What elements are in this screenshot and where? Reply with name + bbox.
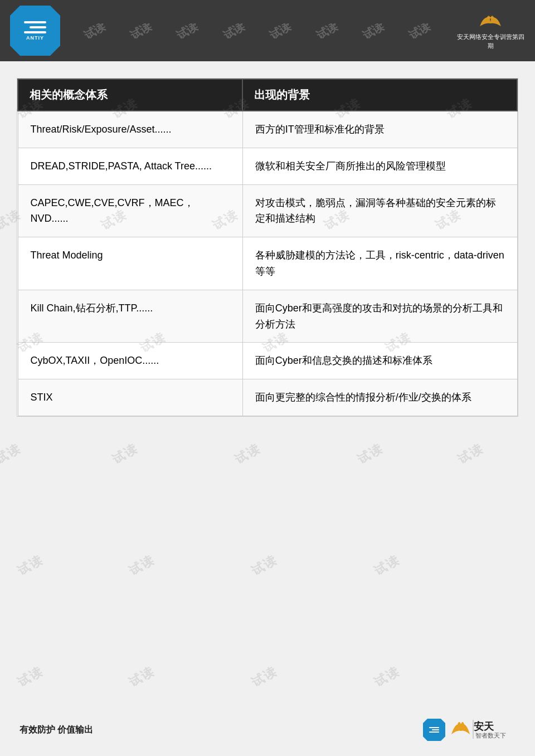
svg-text:智者数天下: 智者数天下: [475, 732, 506, 739]
footer-brand-svg: 安天 智者数天下: [449, 718, 515, 740]
table-cell-right: 西方的IT管理和标准化的背景: [242, 111, 517, 148]
table-row: Threat/Risk/Exposure/Asset......西方的IT管理和…: [18, 111, 517, 148]
watermark-item: 试读: [14, 552, 46, 579]
table-cell-left: CybOX,TAXII，OpenIOC......: [18, 343, 242, 379]
table-cell-right: 面向Cyber和更高强度的攻击和对抗的场景的分析工具和分析方法: [242, 290, 517, 343]
header: ANTIY 试读 试读 试读 试读 试读 试读 试读 试读 安天网络安全专训营第…: [0, 0, 535, 61]
watermark-item: 试读: [371, 663, 403, 691]
logo-text: ANTIY: [26, 35, 44, 41]
table-cell-right: 面向Cyber和信息交换的描述和标准体系: [242, 343, 517, 379]
table-cell-right: 各种威胁建模的方法论，工具，risk-centric，data-driven等等: [242, 237, 517, 290]
header-brand-line1: 安天网络安全专训营第四期: [454, 33, 527, 50]
watermark-item: 试读: [455, 440, 487, 468]
header-logo: ANTIY: [10, 6, 60, 56]
header-watermarks: 试读 试读 试读 试读 试读 试读 试读 试读: [60, 23, 454, 38]
table-cell-left: Threat Modeling: [18, 237, 242, 290]
footer: 有效防护 价值输出 安天 智者数天下: [0, 718, 535, 742]
svg-text:安天: 安天: [473, 720, 494, 732]
watermark-item: 试读: [126, 552, 158, 579]
table-cell-left: STIX: [18, 379, 242, 416]
footer-logo-box: 安天 智者数天下: [423, 718, 515, 742]
table-cell-right: 对攻击模式，脆弱点，漏洞等各种基础的安全元素的标定和描述结构: [242, 184, 517, 237]
header-wm-7: 试读: [360, 23, 387, 38]
watermark-item: 试读: [109, 440, 141, 468]
logo-line-3: [24, 31, 46, 33]
table-row: CAPEC,CWE,CVE,CVRF，MAEC，NVD......对攻击模式，脆…: [18, 184, 517, 237]
watermark-item: 试读: [232, 440, 264, 468]
table-cell-left: DREAD,STRIDE,PASTA, Attack Tree......: [18, 148, 242, 184]
header-right-logo: 安天网络安全专训营第四期: [454, 8, 527, 53]
table-row: Kill Chain,钻石分析,TTP......面向Cyber和更高强度的攻击…: [18, 290, 517, 343]
table-cell-left: CAPEC,CWE,CVE,CVRF，MAEC，NVD......: [18, 184, 242, 237]
table-row: CybOX,TAXII，OpenIOC......面向Cyber和信息交换的描述…: [18, 343, 517, 379]
watermark-item: 试读: [126, 663, 158, 691]
footer-antiy-icon: [423, 719, 445, 741]
watermark-item: 试读: [249, 552, 280, 579]
main-content: 相关的概念体系 出现的背景 Threat/Risk/Exposure/Asset…: [17, 78, 518, 417]
watermark-item: 试读: [249, 663, 280, 691]
table-row: STIX面向更完整的综合性的情报分析/作业/交换的体系: [18, 379, 517, 416]
table-cell-right: 面向更完整的综合性的情报分析/作业/交换的体系: [242, 379, 517, 416]
footer-icon-line-a: [429, 727, 439, 728]
table-cell-left: Threat/Risk/Exposure/Asset......: [18, 111, 242, 148]
header-wm-6: 试读: [313, 23, 340, 38]
header-wm-8: 试读: [406, 23, 433, 38]
table-header-left: 相关的概念体系: [18, 79, 242, 111]
watermark-item: 试读: [0, 440, 23, 468]
table-row: DREAD,STRIDE,PASTA, Attack Tree......微软和…: [18, 148, 517, 184]
concept-table: 相关的概念体系 出现的背景 Threat/Risk/Exposure/Asset…: [17, 79, 518, 416]
logo-line-1: [24, 21, 46, 23]
watermark-item: 试读: [14, 663, 46, 691]
watermark-item: 试读: [371, 552, 403, 579]
table-header-right: 出现的背景: [242, 79, 517, 111]
footer-left-text: 有效防护 价值输出: [20, 724, 93, 736]
watermark-item: 试读: [354, 440, 386, 468]
logo-lines: [24, 21, 46, 33]
header-wm-4: 试读: [221, 23, 247, 38]
header-wm-1: 试读: [81, 23, 108, 38]
table-cell-left: Kill Chain,钻石分析,TTP......: [18, 290, 242, 343]
footer-icon-line-b: [432, 729, 439, 730]
table-row: Threat Modeling各种威胁建模的方法论，工具，risk-centri…: [18, 237, 517, 290]
header-right-brand: 安天网络安全专训营第四期: [454, 33, 527, 50]
header-wm-2: 试读: [128, 23, 154, 38]
footer-icon-line-c: [429, 731, 439, 733]
header-wm-5: 试读: [267, 23, 294, 38]
header-wm-3: 试读: [174, 23, 201, 38]
header-eagle-icon: [476, 11, 504, 31]
table-cell-right: 微软和相关安全厂商所推出的风险管理模型: [242, 148, 517, 184]
footer-right: 安天 智者数天下: [423, 718, 515, 742]
footer-brand-text: 安天 智者数天下: [449, 718, 515, 742]
logo-line-2: [30, 26, 46, 28]
